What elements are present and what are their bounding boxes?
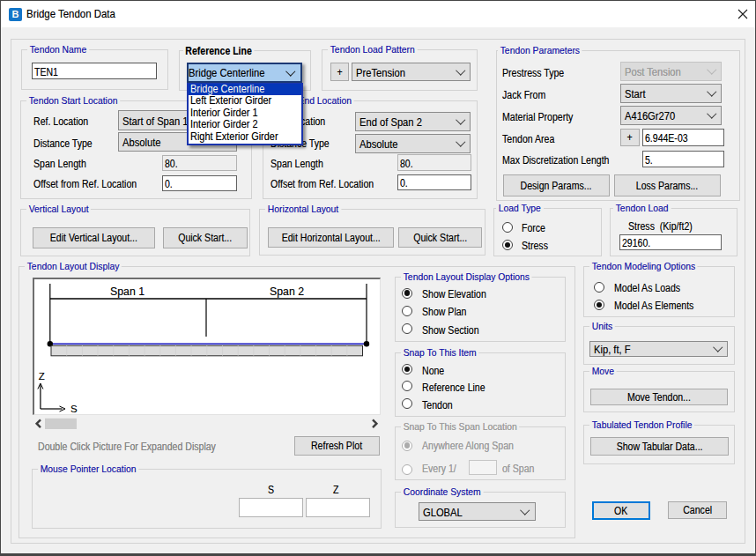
- svg-text:S: S: [70, 404, 78, 414]
- svg-text:Span 1: Span 1: [110, 285, 145, 297]
- svg-text:Span 2: Span 2: [270, 285, 304, 297]
- svg-text:Z: Z: [38, 371, 44, 382]
